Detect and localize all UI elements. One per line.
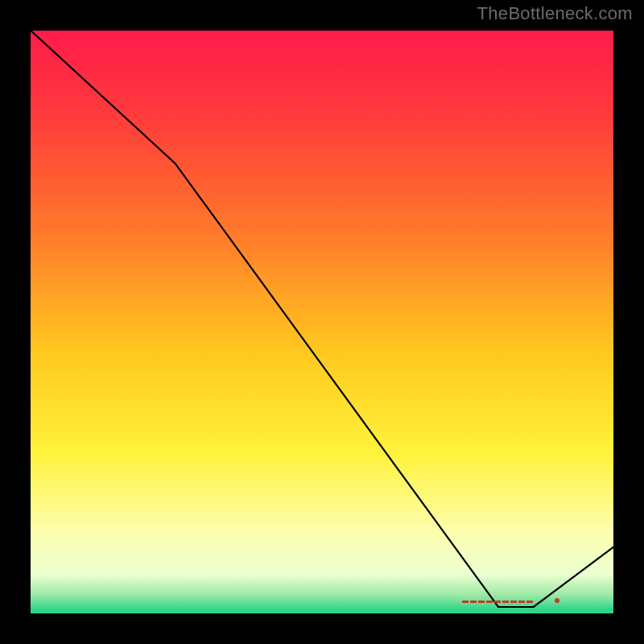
plot-svg bbox=[28, 28, 616, 616]
watermark-text: TheBottleneck.com bbox=[477, 3, 633, 24]
gpu-marker-label bbox=[462, 596, 535, 605]
chart-frame: TheBottleneck.com bbox=[0, 0, 644, 644]
gradient-panel bbox=[28, 28, 616, 616]
plot-area bbox=[28, 28, 616, 616]
